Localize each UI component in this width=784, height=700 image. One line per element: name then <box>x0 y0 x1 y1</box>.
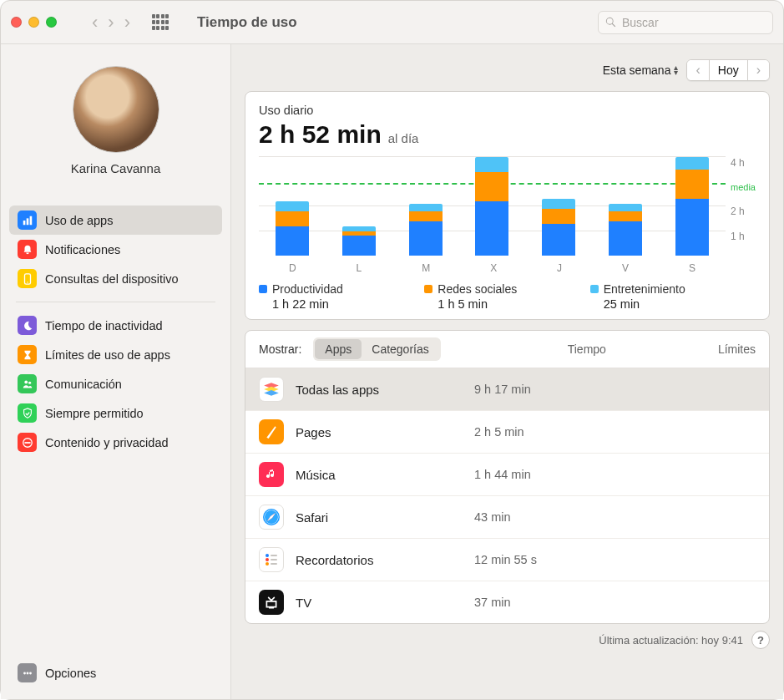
table-row[interactable]: Pages2 h 5 min <box>245 411 769 454</box>
x-tick-label: D <box>289 262 296 274</box>
y-tick-label: 4 h <box>731 157 756 169</box>
usage-card-title: Uso diario <box>259 104 756 117</box>
svg-rect-8 <box>24 442 30 444</box>
apps-table-card: Mostrar: Apps Categorías Tiempo Límites … <box>245 330 770 624</box>
svg-rect-19 <box>271 559 277 561</box>
stack-icon <box>259 377 284 402</box>
sidebar-item-uso-de-apps[interactable]: Uso de apps <box>9 205 222 235</box>
today-button[interactable]: Hoy <box>709 60 748 80</box>
all-prefs-grid-icon[interactable] <box>152 14 169 31</box>
app-name: Pages <box>296 425 463 439</box>
tv-icon <box>259 590 284 615</box>
avatar[interactable] <box>73 66 159 153</box>
legend-swatch-icon <box>424 285 432 293</box>
zoom-window-button[interactable] <box>46 17 57 28</box>
usage-chart: DLMXJVS 4 hmedia2 h1 h <box>259 157 756 274</box>
chart-bar[interactable] <box>475 157 508 256</box>
table-row[interactable]: Recordatorios12 min 55 s <box>245 539 769 581</box>
moon-icon <box>18 316 37 335</box>
sidebar-item-label: Tiempo de inactividad <box>45 319 163 332</box>
safari-icon <box>259 505 284 530</box>
filter-categories-button[interactable]: Categorías <box>362 339 438 359</box>
sidebar-item-label: Siempre permitido <box>45 407 144 420</box>
bell-icon <box>18 240 37 259</box>
minimize-window-button[interactable] <box>28 17 39 28</box>
search-field[interactable]: Buscar <box>598 11 773 34</box>
forward-button-2[interactable]: › <box>121 12 134 33</box>
table-row[interactable]: Safari43 min <box>245 496 769 539</box>
app-name: Safari <box>296 510 463 525</box>
forward-button[interactable]: › <box>104 12 117 33</box>
people-icon <box>18 374 37 393</box>
chart-bar[interactable] <box>342 226 376 256</box>
prev-period-button[interactable]: ‹ <box>687 60 708 80</box>
sidebar-item-label: Consultas del dispositivo <box>45 272 179 286</box>
sidebar-item-tiempo-de-inactividad[interactable]: Tiempo de inactividad <box>9 311 222 340</box>
user-name: Karina Cavanna <box>9 161 222 175</box>
legend-time: 1 h 22 min <box>272 297 424 311</box>
date-stepper: ‹ Hoy › <box>686 59 770 81</box>
sidebar-item-contenido-y-privacidad[interactable]: Contenido y privacidad <box>9 428 222 457</box>
sidebar-item-notificaciones[interactable]: Notificaciones <box>9 235 222 264</box>
sidebar-item-límites-de-uso-de-apps[interactable]: Límites de uso de apps <box>9 340 222 369</box>
svg-point-9 <box>23 672 26 674</box>
close-window-button[interactable] <box>11 17 22 28</box>
chart-bar[interactable] <box>675 157 709 256</box>
chart-bar[interactable] <box>542 199 575 256</box>
range-selector-label: Esta semana <box>603 63 671 77</box>
x-tick-label: X <box>490 262 497 274</box>
nav-arrows: ‹ › › <box>89 12 134 33</box>
sidebar-item-siempre-permitido[interactable]: Siempre permitido <box>9 398 222 428</box>
sidebar-item-consultas-del-dispositivo[interactable]: Consultas del dispositivo <box>9 264 222 293</box>
sidebar-item-label: Límites de uso de apps <box>45 348 170 362</box>
range-selector[interactable]: Esta semana ▴▾ <box>603 63 679 77</box>
svg-point-10 <box>26 672 28 674</box>
y-tick-label: 1 h <box>731 231 756 242</box>
legend-label: Productividad <box>272 282 343 296</box>
svg-rect-20 <box>271 563 277 565</box>
app-time: 1 h 44 min <box>474 468 531 481</box>
phone-icon <box>18 269 37 288</box>
chart-bar[interactable] <box>609 204 642 256</box>
next-period-button[interactable]: › <box>748 60 769 80</box>
legend-time: 25 min <box>604 297 756 311</box>
sidebar-item-label: Contenido y privacidad <box>45 436 169 449</box>
svg-point-4 <box>27 282 28 282</box>
search-placeholder: Buscar <box>622 16 659 29</box>
table-row[interactable]: TV37 min <box>245 581 769 623</box>
table-row[interactable]: Música1 h 44 min <box>245 454 769 496</box>
average-label: media <box>731 182 756 192</box>
x-tick-label: L <box>357 262 362 274</box>
svg-point-5 <box>24 380 28 383</box>
sidebar-item-label: Notificaciones <box>45 243 120 256</box>
check-shield-icon <box>18 403 37 423</box>
filter-label: Mostrar: <box>259 342 301 356</box>
app-time: 12 min 55 s <box>474 553 537 566</box>
x-tick-label: M <box>422 262 430 274</box>
app-name: TV <box>296 596 463 610</box>
x-tick-label: V <box>622 262 629 274</box>
chart-bar[interactable] <box>276 201 309 256</box>
sidebar-item-label: Comunicación <box>45 378 122 391</box>
last-updated-label: Última actualización: hoy 9:41 <box>599 634 743 647</box>
hourglass-icon <box>18 345 37 364</box>
usage-card: Uso diario 2 h 52 min al día DLMXJVS 4 h… <box>245 91 770 320</box>
app-time: 37 min <box>474 596 511 609</box>
sidebar-item-options[interactable]: Opciones <box>9 658 222 687</box>
y-tick-label: 2 h <box>731 205 756 217</box>
app-time: 43 min <box>474 510 511 524</box>
svg-point-15 <box>266 554 269 557</box>
sidebar-item-comunicación[interactable]: Comunicación <box>9 369 222 398</box>
svg-rect-18 <box>271 555 277 556</box>
x-tick-label: J <box>557 262 562 274</box>
table-row[interactable]: Todas las apps9 h 17 min <box>245 368 769 411</box>
legend-swatch-icon <box>590 285 599 293</box>
legend-entry: Productividad <box>259 282 424 296</box>
back-button[interactable]: ‹ <box>89 12 101 33</box>
chart-bar[interactable] <box>409 204 443 256</box>
music-icon <box>259 462 284 487</box>
ellipsis-icon <box>18 663 37 682</box>
bar-chart-icon <box>18 211 37 230</box>
filter-apps-button[interactable]: Apps <box>315 339 362 359</box>
help-button[interactable]: ? <box>751 631 770 649</box>
